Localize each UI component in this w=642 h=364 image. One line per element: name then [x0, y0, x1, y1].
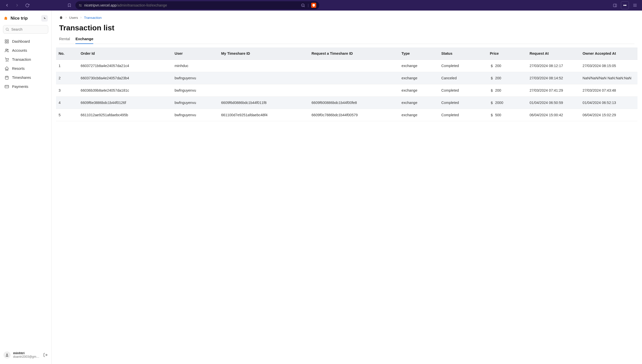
table-row[interactable]: 26603730cb8a4e24057da23b4bwfnguyenvuexch… [56, 72, 637, 84]
svg-line-7 [304, 6, 305, 7]
brand-text: Nice trip [11, 16, 28, 21]
svg-point-0 [79, 4, 80, 5]
cell-order-id: 6603730cb8a4e24057da23b4 [78, 72, 172, 84]
cell-request-at: 27/03/2024 07:41:29 [527, 84, 580, 97]
svg-rect-21 [7, 42, 9, 43]
cell-no: 5 [56, 109, 78, 121]
table-row[interactable]: 46609f6e3886bdc1b44f0126fbwfnguyenvu6609… [56, 97, 637, 109]
cell-order-id: 6609f6e3886bdc1b44f0126f [78, 97, 172, 109]
logout-icon[interactable] [43, 353, 48, 357]
forward-button[interactable] [13, 1, 21, 9]
search-icon [5, 27, 9, 31]
cell-request-at: 27/03/2024 08:14:52 [527, 72, 580, 84]
sidebar-footer: minhtri doantri2003@gmail.con [3, 349, 48, 360]
cell-req-timeshare [309, 72, 399, 84]
cell-req-timeshare [309, 60, 399, 72]
cell-type: exchange [399, 72, 439, 84]
svg-point-1 [81, 6, 81, 6]
cell-req-timeshare [309, 84, 399, 97]
cell-user: bwfnguyenvu [172, 72, 219, 84]
cell-request-at: 06/04/2024 15:00:42 [527, 109, 580, 121]
table-row[interactable]: 56611012ae9251afdaebc495bbwfnguyenvu6611… [56, 109, 637, 121]
sidebar-item-transaction[interactable]: Transaction [3, 55, 48, 64]
cell-type: exchange [399, 109, 439, 121]
brand[interactable]: Nice trip [3, 14, 48, 25]
breadcrumb-current[interactable]: Transaction [84, 16, 102, 20]
th-status: Status [439, 47, 487, 60]
svg-point-32 [6, 353, 8, 355]
cell-price: 200 [487, 72, 527, 84]
back-button[interactable] [3, 1, 11, 9]
th-my-timeshare: My Timeshare ID [219, 47, 309, 60]
table-row[interactable]: 166037271b8a4e24057da21c4minhducexchange… [56, 60, 637, 72]
cell-user: bwfnguyenvu [172, 84, 219, 97]
dollar-icon [490, 89, 494, 92]
user-info: minhtri doantri2003@gmail.con [13, 351, 41, 358]
svg-line-17 [8, 30, 9, 31]
svg-point-24 [6, 61, 7, 62]
cell-price: 200 [487, 84, 527, 97]
tab-rental[interactable]: Rental [59, 37, 70, 44]
cell-owner-accepted-at: 27/03/2024 07:43:48 [580, 84, 637, 97]
hamburger-menu-icon[interactable] [631, 1, 639, 9]
nav-label: Resorts [12, 67, 25, 71]
cell-user: minhduc [172, 60, 219, 72]
resort-icon [5, 66, 9, 71]
sidebar-item-payments[interactable]: Payments [3, 82, 48, 91]
cell-request-at: 01/04/2024 06:50:59 [527, 97, 580, 109]
svg-rect-30 [5, 85, 9, 88]
dollar-icon [490, 101, 494, 105]
sidebar-item-resorts[interactable]: Resorts [3, 64, 48, 73]
breadcrumb-home-icon[interactable] [59, 16, 63, 20]
cell-my-timeshare: 661100d7e9251afdaebc48f4 [219, 109, 309, 121]
cell-order-id: 66036b39b8a4e24057da181c [78, 84, 172, 97]
reader-mode-icon[interactable] [621, 1, 629, 9]
transaction-table: No. Order Id User My Timeshare ID Reques… [56, 47, 637, 121]
th-no: No. [56, 47, 78, 60]
avatar[interactable] [4, 351, 11, 358]
cell-type: exchange [399, 84, 439, 97]
table-row[interactable]: 366036b39b8a4e24057da181cbwfnguyenvuexch… [56, 84, 637, 97]
svg-rect-9 [613, 4, 617, 7]
svg-point-22 [6, 49, 7, 50]
th-user: User [172, 47, 219, 60]
nav: DashboardAccountsTransactionResortsTimes… [3, 37, 48, 91]
th-type: Type [399, 47, 439, 60]
svg-point-16 [6, 28, 8, 30]
brave-shield-icon[interactable] [311, 3, 316, 8]
sidebar-item-accounts[interactable]: Accounts [3, 46, 48, 55]
breadcrumb: Users Transaction [59, 16, 634, 20]
calendar-icon [5, 75, 9, 80]
dollar-icon [490, 76, 494, 80]
main-content: Users Transaction Transaction list Renta… [52, 11, 642, 364]
dollar-icon [490, 113, 494, 117]
svg-point-23 [7, 49, 9, 50]
cell-owner-accepted-at: 27/03/2024 08:15:05 [580, 60, 637, 72]
search-input[interactable] [3, 25, 48, 34]
cell-type: exchange [399, 60, 439, 72]
cell-no: 3 [56, 84, 78, 97]
cell-owner-accepted-at: 06/04/2024 15:02:29 [580, 109, 637, 121]
zoom-out-icon[interactable] [301, 3, 305, 8]
url-bar[interactable]: nicetripvn.vercel.app/admin/transaction-… [75, 1, 319, 9]
svg-point-12 [625, 5, 626, 6]
cell-owner-accepted-at: 01/04/2024 06:52:13 [580, 97, 637, 109]
th-price: Price [487, 47, 527, 60]
theme-toggle[interactable] [41, 15, 48, 22]
sidebar-item-timeshares[interactable]: Timeshares [3, 73, 48, 82]
sidebar-item-dashboard[interactable]: Dashboard [3, 37, 48, 46]
nav-label: Payments [12, 85, 28, 89]
sidebar-toggle-icon[interactable] [611, 1, 619, 9]
cell-order-id: 6611012ae9251afdaebc495b [78, 109, 172, 121]
cell-no: 2 [56, 72, 78, 84]
card-icon [5, 84, 9, 89]
breadcrumb-users[interactable]: Users [69, 16, 78, 20]
tab-exchange[interactable]: Exchange [75, 37, 93, 44]
svg-rect-19 [7, 40, 9, 41]
nav-label: Dashboard [12, 39, 30, 43]
svg-rect-18 [5, 40, 6, 41]
reload-button[interactable] [23, 1, 31, 9]
bookmark-button[interactable] [65, 1, 73, 9]
cell-order-id: 66037271b8a4e24057da21c4 [78, 60, 172, 72]
search-wrap [3, 25, 48, 34]
